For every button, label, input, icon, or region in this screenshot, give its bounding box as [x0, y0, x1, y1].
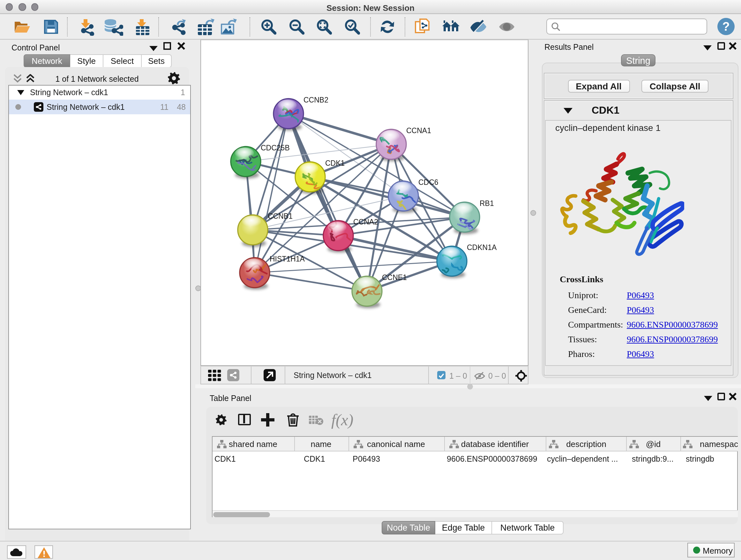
- svg-text:CDC25B: CDC25B: [261, 144, 290, 152]
- svg-text:CCNB1: CCNB1: [268, 212, 293, 220]
- svg-text:CCNB2: CCNB2: [304, 96, 328, 104]
- svg-text:CDKN1A: CDKN1A: [467, 243, 497, 252]
- svg-text:RB1: RB1: [480, 199, 494, 207]
- svg-text:HIST1H1A: HIST1H1A: [270, 255, 305, 263]
- svg-text:CDK1: CDK1: [325, 159, 345, 167]
- svg-text:CCNA2: CCNA2: [353, 218, 378, 226]
- svg-text:CCNE1: CCNE1: [382, 273, 407, 282]
- svg-text:CCNA1: CCNA1: [406, 126, 431, 135]
- svg-text:CDC6: CDC6: [418, 178, 439, 186]
